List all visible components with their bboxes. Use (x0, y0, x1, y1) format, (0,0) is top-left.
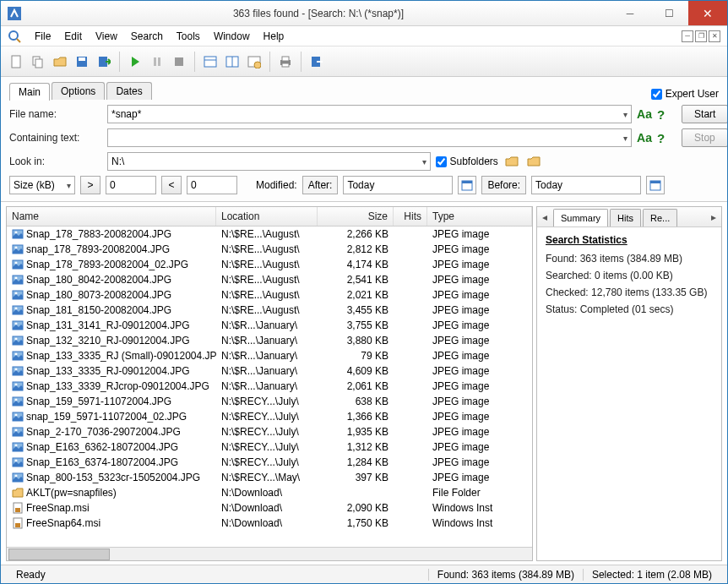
after-label: After: (302, 176, 339, 194)
menu-tools[interactable]: Tools (170, 28, 207, 45)
menu-edit[interactable]: Edit (57, 28, 89, 45)
table-row[interactable]: Snap_159_5971-11072004.JPGN:\$RECY...\Ju… (7, 394, 532, 409)
horizontal-scrollbar[interactable] (7, 547, 532, 560)
table-row[interactable]: Snap_133_3339_RJcrop-09012004.JPGN:\$R..… (7, 379, 532, 394)
svg-point-17 (254, 62, 261, 68)
table-row[interactable]: snap_178_7893-20082004.JPGN:\$RE...\Augu… (7, 242, 532, 257)
side-tab-right-arrow-icon[interactable]: ▸ (706, 210, 721, 225)
calendar-icon-2[interactable] (646, 176, 665, 194)
open-icon[interactable] (50, 52, 70, 72)
file-type: JPEG image (427, 425, 532, 439)
help-icon[interactable]: ? (657, 107, 665, 122)
table-row[interactable]: FreeSnap64.msiN:\Download\1,750 KBWindow… (7, 516, 532, 531)
maximize-button[interactable]: ☐ (649, 1, 688, 25)
play-icon[interactable] (125, 52, 145, 72)
mdi-close-button[interactable]: ✕ (709, 30, 720, 42)
new-doc-icon[interactable] (6, 52, 26, 72)
help-icon-2[interactable]: ? (657, 131, 665, 145)
view1-icon[interactable] (200, 52, 220, 72)
pause-icon[interactable] (147, 52, 167, 72)
svg-rect-9 (154, 57, 156, 66)
titlebar: 363 files found - [Search: N:\ (*snap*)]… (1, 1, 727, 26)
table-row[interactable]: Snap_180_8073-20082004.JPGN:\$RE...\Augu… (7, 287, 532, 303)
col-hits[interactable]: Hits (394, 207, 427, 226)
svg-rect-11 (175, 57, 183, 66)
copy-icon[interactable] (28, 52, 48, 72)
size-gt-button[interactable]: > (80, 176, 101, 194)
col-location[interactable]: Location (216, 207, 318, 226)
size-lt-button[interactable]: < (161, 176, 182, 194)
size-gt-input[interactable] (106, 176, 156, 194)
start-button[interactable]: Start (682, 105, 728, 123)
file-type: JPEG image (427, 440, 532, 454)
table-row[interactable]: Snap_178_7893-20082004_02.JPGN:\$RE...\A… (7, 257, 532, 272)
side-tab-left-arrow-icon[interactable]: ◂ (537, 210, 552, 225)
before-label: Before: (481, 176, 526, 194)
side-tab-summary[interactable]: Summary (553, 209, 608, 227)
menu-view[interactable]: View (89, 28, 124, 45)
calendar-icon[interactable] (458, 176, 476, 194)
view2-icon[interactable] (222, 52, 242, 72)
table-row[interactable]: FreeSnap.msiN:\Download\2,090 KBWindows … (7, 500, 532, 516)
menu-help[interactable]: Help (257, 28, 291, 45)
mdi-min-button[interactable]: ─ (682, 30, 693, 42)
file-type: JPEG image (427, 334, 532, 347)
tab-dates[interactable]: Dates (106, 82, 151, 100)
case-toggle-icon[interactable]: Aa (637, 107, 652, 121)
minimize-button[interactable]: ─ (611, 1, 649, 25)
size-unit-combo[interactable]: Size (kB) (9, 176, 75, 194)
browse-folder-icon[interactable] (503, 153, 520, 170)
side-tabs: ◂ Summary Hits Re... ▸ (537, 207, 721, 227)
menu-search[interactable]: Search (124, 28, 170, 45)
table-row[interactable]: Snap_132_3210_RJ-09012004.JPGN:\$R...\Ja… (7, 333, 532, 348)
save-icon[interactable] (72, 52, 92, 72)
refresh-icon[interactable] (244, 52, 264, 72)
side-tab-re[interactable]: Re... (643, 209, 677, 227)
file-location: N:\$RECY...\July\ (216, 456, 318, 469)
size-lt-input[interactable] (187, 176, 237, 194)
subfolders-check[interactable]: Subfolders (436, 156, 497, 167)
stop-button[interactable]: Stop (682, 128, 728, 147)
table-row[interactable]: Snap_133_3335_RJ (Small)-09012004.JPGN:\… (7, 348, 532, 363)
col-size[interactable]: Size (318, 207, 394, 226)
table-row[interactable]: Snap_178_7883-20082004.JPGN:\$RE...\Augu… (7, 227, 532, 242)
col-name[interactable]: Name (7, 207, 216, 226)
table-row[interactable]: Snap_2-170_7036-29072004.JPGN:\$RECY...\… (7, 424, 532, 439)
tab-main[interactable]: Main (9, 83, 50, 101)
table-row[interactable]: Snap_131_3141_RJ-09012004.JPGN:\$R...\Ja… (7, 318, 532, 333)
export-icon[interactable] (94, 52, 114, 72)
expert-user-check[interactable]: Expert User (651, 88, 719, 100)
after-input[interactable] (343, 176, 453, 194)
mdi-restore-button[interactable]: ❐ (695, 30, 707, 42)
subfolders-checkbox[interactable] (436, 156, 447, 167)
case-toggle-icon-2[interactable]: Aa (637, 131, 652, 145)
expert-user-checkbox[interactable] (651, 89, 662, 100)
containing-input[interactable] (107, 128, 632, 147)
results-rows[interactable]: Snap_178_7883-20082004.JPGN:\$RE...\Augu… (7, 227, 532, 547)
close-button[interactable]: ✕ (688, 1, 727, 25)
table-row[interactable]: AKLT(pw=snapfiles)N:\Download\File Folde… (7, 485, 532, 500)
before-input[interactable] (531, 176, 641, 194)
file-location: N:\Download\ (216, 501, 318, 515)
table-row[interactable]: Snap_133_3335_RJ-09012004.JPGN:\$R...\Ja… (7, 363, 532, 379)
exit-icon[interactable] (307, 52, 327, 72)
stop-icon[interactable] (169, 52, 189, 72)
print-icon[interactable] (275, 52, 296, 72)
table-row[interactable]: Snap_181_8150-20082004.JPGN:\$RE...\Augu… (7, 303, 532, 318)
col-type[interactable]: Type (427, 207, 532, 226)
table-row[interactable]: Snap_E163_6362-18072004.JPGN:\$RECY...\J… (7, 439, 532, 455)
table-row[interactable]: Snap_E163_6374-18072004.JPGN:\$RECY...\J… (7, 455, 532, 470)
file-size: 1,935 KB (318, 425, 394, 439)
file-name-input[interactable]: *snap* (107, 105, 632, 123)
stats-found: Found: 363 items (384.89 MB) (546, 253, 713, 265)
tab-options[interactable]: Options (52, 82, 105, 100)
file-size: 2,541 KB (318, 273, 394, 287)
table-row[interactable]: Snap_800-153_5323cr-15052004.JPGN:\$RECY… (7, 470, 532, 485)
table-row[interactable]: Snap_180_8042-20082004.JPGN:\$RE...\Augu… (7, 272, 532, 287)
menu-window[interactable]: Window (207, 28, 257, 45)
table-row[interactable]: snap_159_5971-11072004_02.JPGN:\$RECY...… (7, 409, 532, 424)
browse-folder-icon-2[interactable] (525, 153, 542, 170)
lookin-input[interactable]: N:\ (107, 152, 431, 171)
side-tab-hits[interactable]: Hits (610, 209, 641, 227)
menu-file[interactable]: File (28, 28, 57, 45)
